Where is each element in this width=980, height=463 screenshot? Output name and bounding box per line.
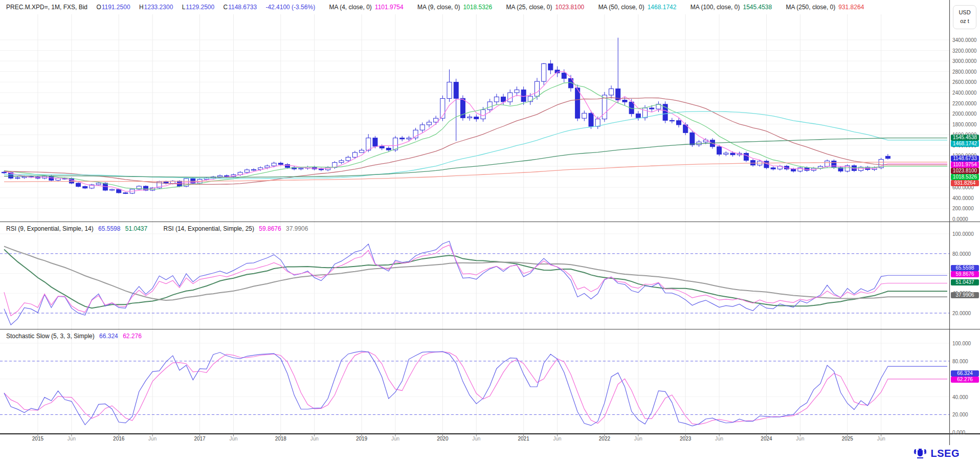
candle-body (69, 179, 74, 183)
ma-250-legend-value: 931.8264 (838, 4, 864, 11)
instrument-title[interactable]: PREC.M.XPD=, 1M, FXS, Bid (6, 4, 87, 11)
change-value: -42.4100 (-3.56%) (265, 4, 315, 11)
candle-body (555, 70, 560, 73)
candle-body (319, 169, 323, 170)
ma-9-legend-label[interactable]: MA (9, close, 0) (417, 4, 460, 11)
lseg-logo: LSEG (912, 447, 960, 459)
candle-body (744, 153, 748, 161)
stochastic-legend: Stochastic Slow (5, 3, 3, Simple) 66.324… (6, 333, 142, 340)
high-label: H (139, 4, 144, 11)
ma-100-legend-value: 1545.4538 (743, 4, 772, 11)
high-value: 1233.2300 (144, 4, 173, 11)
candle-body (548, 64, 553, 70)
candle-body (76, 183, 81, 186)
candle-body (96, 183, 101, 185)
candle-body (123, 193, 128, 193)
candle-body (474, 117, 479, 119)
candle-body (521, 90, 526, 102)
candle-body (467, 117, 472, 118)
candle-body (677, 121, 681, 125)
candle-body (487, 102, 492, 109)
candle-body (609, 89, 614, 95)
candle-body (56, 179, 60, 181)
candle-body (447, 82, 452, 99)
candle-body (481, 109, 485, 119)
ma-25-legend-label[interactable]: MA (25, close, 0) (506, 4, 552, 11)
candle-body (2, 172, 7, 173)
candle-body (717, 147, 722, 155)
candle-body (690, 133, 695, 145)
candle-body (542, 64, 546, 82)
rsi-9-value: 65.5598 (98, 225, 120, 232)
ma-50-legend-label[interactable]: MA (50, close, 0) (598, 4, 644, 11)
ma-25-line (4, 98, 947, 185)
ma-9-line (4, 82, 947, 189)
candle-body (400, 138, 405, 139)
ma-4-legend-label[interactable]: MA (4, close, 0) (329, 4, 371, 11)
candle-body (562, 73, 566, 79)
candle-body (346, 157, 350, 161)
candle-body (650, 108, 654, 109)
rsi-14-line (4, 245, 947, 316)
candle-body (515, 90, 519, 93)
candle-body (386, 148, 391, 150)
candle-body (454, 82, 458, 99)
candle-body (373, 138, 377, 146)
candle-body (427, 122, 431, 125)
candle-body (595, 119, 600, 126)
candle-body (83, 186, 87, 188)
candle-body (494, 97, 499, 102)
open-label: O (96, 4, 101, 11)
candle-body (366, 138, 371, 150)
candle-body (218, 175, 222, 177)
rsi-9-label[interactable]: RSI (9, Exponential, Simple, 14) (6, 225, 94, 232)
candle-body (643, 108, 648, 118)
rsi-14-signal-value: 37.9906 (286, 225, 308, 232)
ma-50-legend-value: 1468.1742 (648, 4, 677, 11)
ma-100-legend-label[interactable]: MA (100, close, 0) (691, 4, 740, 11)
ma-4-legend-value: 1101.9754 (375, 4, 404, 11)
rsi-legend: RSI (9, Exponential, Simple, 14) 65.5598… (6, 225, 308, 232)
stochastic-label[interactable]: Stochastic Slow (5, 3, 3, Simple) (6, 333, 95, 340)
candle-body (791, 169, 796, 171)
candle-body (278, 163, 283, 165)
candle-body (622, 100, 627, 102)
candle-body (589, 113, 593, 126)
candle-body (272, 163, 276, 166)
candle-body (885, 156, 890, 158)
ma-250-line (4, 162, 947, 182)
candle-body (501, 97, 506, 102)
candle-body (636, 114, 640, 118)
candle-body (117, 189, 121, 193)
ma-250-legend-label[interactable]: MA (250, close, 0) (786, 4, 836, 11)
candle-body (724, 153, 728, 154)
main-chart-legend: PREC.M.XPD=, 1M, FXS, Bid O1191.2500 H12… (6, 4, 864, 11)
rsi-14-label[interactable]: RSI (14, Exponential, Simple, 25) (164, 225, 254, 232)
candle-body (825, 161, 830, 167)
ma-25-legend-value: 1023.8100 (555, 4, 585, 11)
unit-label: oz t (953, 17, 976, 26)
candle-body (380, 146, 384, 148)
candle-body (252, 169, 256, 170)
lseg-crest-icon (912, 447, 928, 459)
candle-body (440, 98, 445, 118)
axis-unit-box[interactable]: USD oz t (953, 5, 976, 29)
low-value: 1129.2500 (186, 4, 214, 11)
candle-body (244, 170, 249, 172)
close-label: C (224, 4, 228, 11)
stochastic-k-value: 66.324 (99, 333, 118, 340)
candle-body (352, 152, 357, 157)
candle-body (413, 130, 418, 138)
ma-100-line (4, 138, 947, 178)
candle-body (575, 88, 580, 118)
candle-body (751, 161, 755, 165)
candle-body (582, 113, 587, 118)
close-value: 1148.6733 (228, 4, 257, 11)
stoch-d-line (4, 352, 947, 425)
ma-9-legend-value: 1018.5326 (463, 4, 492, 11)
currency-label: USD (953, 8, 976, 17)
candle-body (832, 161, 836, 168)
candle-body (360, 150, 364, 152)
candle-body (420, 125, 425, 130)
rsi-14-value: 59.8676 (259, 225, 281, 232)
